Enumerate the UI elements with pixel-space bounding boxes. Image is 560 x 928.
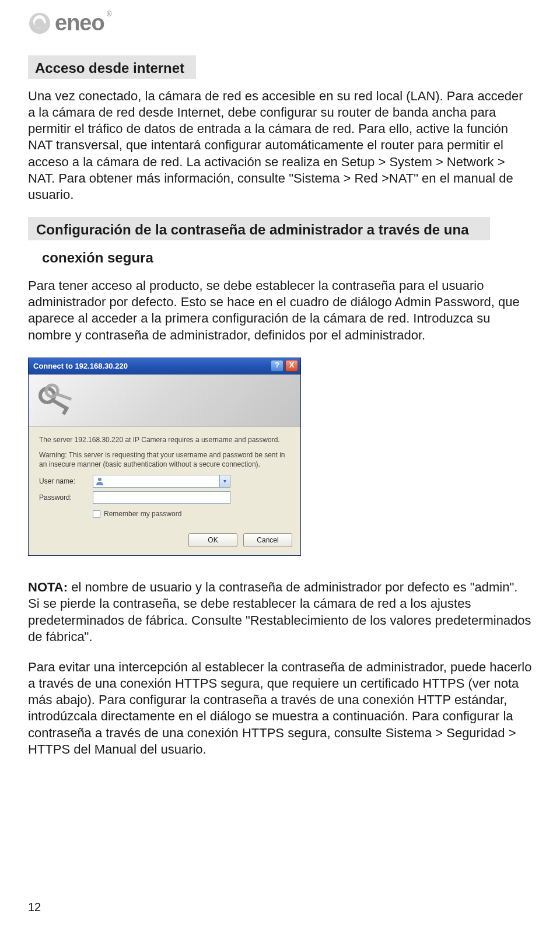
dialog-titlebar: Connect to 192.168.30.220 ? X xyxy=(29,358,300,374)
note-paragraph: NOTA: el nombre de usuario y la contrase… xyxy=(28,579,532,645)
section-heading-config-line2: conexión segura xyxy=(42,250,532,266)
svg-point-6 xyxy=(98,478,102,481)
auth-dialog: Connect to 192.168.30.220 ? X The server… xyxy=(28,358,301,556)
ok-button[interactable]: OK xyxy=(188,533,237,547)
username-label: User name: xyxy=(39,477,93,485)
dialog-footer: OK Cancel xyxy=(29,527,300,555)
remember-label: Remember my password xyxy=(104,510,181,518)
https-paragraph: Para evitar una intercepción al establec… xyxy=(28,659,532,758)
dialog-message-2: Warning: This server is requesting that … xyxy=(39,450,290,469)
username-input[interactable] xyxy=(93,475,230,488)
help-button[interactable]: ? xyxy=(271,360,284,372)
dialog-banner xyxy=(29,374,300,427)
password-label: Password: xyxy=(39,493,93,502)
password-input[interactable] xyxy=(93,491,230,504)
page-number: 12 xyxy=(28,901,41,914)
logo-mark-icon xyxy=(28,12,51,35)
username-dropdown-arrow[interactable]: ▾ xyxy=(219,475,230,487)
close-button[interactable]: X xyxy=(285,360,298,372)
user-icon xyxy=(95,477,104,486)
svg-rect-5 xyxy=(54,392,72,401)
section1-body: Una vez conectado, la cámara de red es a… xyxy=(28,88,532,203)
cancel-button[interactable]: Cancel xyxy=(243,533,292,547)
section2-body: Para tener acceso al producto, se debe e… xyxy=(28,278,532,344)
section-heading-config-line1: Configuración de la contraseña de admini… xyxy=(28,217,490,240)
registered-mark: ® xyxy=(107,10,112,18)
note-label: NOTA: xyxy=(28,580,68,594)
svg-rect-2 xyxy=(50,398,69,411)
remember-checkbox[interactable] xyxy=(93,510,100,518)
note-body: el nombre de usuario y la contraseña de … xyxy=(28,580,531,643)
username-row: User name: ▾ xyxy=(39,475,290,488)
section-heading-acceso: Acceso desde internet xyxy=(28,55,196,79)
document-page: eneo ® Acceso desde internet Una vez con… xyxy=(0,0,560,928)
password-row: Password: xyxy=(39,491,290,504)
dialog-message-1: The server 192.168.30.220 at IP Camera r… xyxy=(39,435,290,444)
brand-logo: eneo ® xyxy=(28,0,532,52)
dialog-body: The server 192.168.30.220 at IP Camera r… xyxy=(29,427,300,528)
remember-row: Remember my password xyxy=(93,510,290,518)
keys-icon xyxy=(37,383,78,420)
brand-name: eneo xyxy=(55,10,104,36)
dialog-title: Connect to 192.168.30.220 xyxy=(33,362,128,370)
